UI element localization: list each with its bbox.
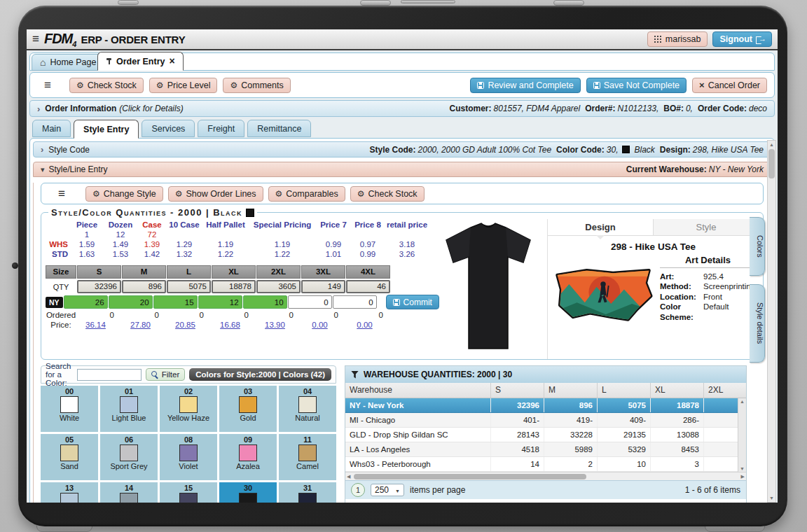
tab-services[interactable]: Services <box>142 120 195 137</box>
style-code-bar[interactable]: Style Code Style Code: 2000, 2000 GD Adu… <box>33 141 771 158</box>
color-swatch-01[interactable]: 01Light Blue <box>100 386 158 432</box>
user-button[interactable]: marissab <box>647 31 708 47</box>
comparables-button[interactable]: Comparables <box>268 186 345 202</box>
color-swatch-15[interactable]: 15 <box>160 482 217 503</box>
price-link[interactable]: 27.80 <box>130 321 151 329</box>
page-number-badge[interactable]: 1 <box>351 483 365 497</box>
comments-button[interactable]: Comments <box>223 78 290 93</box>
price-level-button[interactable]: Price Level <box>149 78 218 93</box>
color-search-input[interactable] <box>77 369 142 381</box>
items-per-page-select[interactable]: 250 <box>371 484 404 496</box>
price-row-label: Price: <box>46 321 76 329</box>
warehouse-row[interactable]: MI - Chicago401-419-409-286- <box>345 413 746 428</box>
order-information-bar[interactable]: Order Information (Click for Details) Cu… <box>29 100 775 117</box>
review-and-complete-button[interactable]: Review and Complete <box>470 78 580 93</box>
order-qty-input[interactable] <box>198 295 242 309</box>
check-stock-button[interactable]: Check Stock <box>69 78 144 93</box>
menu-icon[interactable] <box>32 32 39 46</box>
page-scrollbar[interactable]: ▲▼ <box>767 140 776 503</box>
ordered-qty: 0 <box>346 311 390 319</box>
style-line-entry-bar[interactable]: Style/Line Entry Current Warehouse: NY -… <box>33 162 771 177</box>
check-stock-button[interactable]: Check Stock <box>350 186 425 202</box>
warehouse-row[interactable]: Whs03 - Peterborough142103 <box>345 457 746 472</box>
color-swatch-03[interactable]: 03Gold <box>219 386 277 432</box>
save-not-complete-button[interactable]: Save Not Complete <box>586 78 687 93</box>
warehouse-column-header[interactable]: M <box>544 383 598 398</box>
warehouse-horizontal-scrollbar[interactable]: ◀▶ <box>345 472 746 480</box>
price-link[interactable]: 0.00 <box>357 321 372 329</box>
tab-style-entry[interactable]: Style Entry <box>74 120 139 139</box>
tab-design[interactable]: Design <box>548 219 653 235</box>
gear-icon <box>92 189 100 199</box>
close-icon[interactable] <box>169 56 174 66</box>
change-style-button[interactable]: Change Style <box>85 186 163 202</box>
order-qty-input[interactable] <box>153 295 198 309</box>
filter-button[interactable]: Filter <box>146 368 186 381</box>
color-code: 02 <box>160 387 217 396</box>
color-swatch-30[interactable]: 30 <box>219 482 277 503</box>
menu-icon[interactable] <box>58 187 65 201</box>
signout-button[interactable]: Signout <box>712 31 772 47</box>
color-swatch-00[interactable]: 00White <box>41 386 98 432</box>
scrollbar-thumb[interactable] <box>768 149 775 178</box>
price-link[interactable]: 0.00 <box>312 321 327 329</box>
pin-icon <box>106 58 112 65</box>
color-swatch-14[interactable]: 14 <box>100 482 158 503</box>
scrollbar-thumb[interactable] <box>354 474 586 479</box>
warehouse-column-header[interactable]: Warehouse <box>345 383 491 398</box>
warehouse-column-header[interactable]: S <box>491 383 544 398</box>
price-link[interactable]: 20.85 <box>175 321 195 329</box>
warehouse-vertical-scrollbar[interactable]: ▲▼ <box>738 398 746 472</box>
filter-funnel-icon[interactable] <box>351 371 359 379</box>
side-tab-style-details[interactable]: Style details <box>750 284 765 363</box>
color-swatch-06[interactable]: 06Sport Grey <box>100 434 158 480</box>
warehouse-row[interactable]: NY - New York32396896507518878 <box>345 398 746 413</box>
color-swatch-05[interactable]: 05Sand <box>41 434 98 480</box>
color-swatch-31[interactable]: 31 <box>279 482 336 503</box>
style-line-entry-title: Style/Line Entry <box>49 164 108 174</box>
cancel-order-button[interactable]: Cancel Order <box>692 78 767 93</box>
order-qty-input[interactable] <box>64 295 108 309</box>
search-icon <box>151 371 159 379</box>
size-header: Size <box>46 265 76 279</box>
order-qty-input[interactable] <box>288 295 332 309</box>
price-link[interactable]: 16.68 <box>220 321 240 329</box>
order-summary: Customer:801557, FDM4 ApparelOrder#:N101… <box>445 104 767 113</box>
tab-home-page[interactable]: Home Page <box>32 54 104 71</box>
color-swatch-13[interactable]: 13 <box>41 482 98 503</box>
color-swatch-04[interactable]: 04Natural <box>279 386 336 432</box>
style-code-value: 2000, 2000 GD Adult 100% Cot Tee <box>418 145 552 155</box>
price-link[interactable]: 13.90 <box>265 321 285 329</box>
warehouse-column-header[interactable]: XL <box>651 383 704 398</box>
tab-style[interactable]: Style <box>653 219 759 235</box>
color-swatch-02[interactable]: 02Yellow Haze <box>160 386 217 432</box>
warehouse-table-header: WarehouseSMLXL2XL <box>345 383 746 398</box>
show-order-lines-button[interactable]: Show Order Lines <box>168 186 263 202</box>
order-qty-input[interactable] <box>109 295 153 309</box>
warehouse-column-header[interactable]: L <box>598 383 651 398</box>
warehouse-column-header[interactable]: 2XL <box>704 383 739 398</box>
warehouse-qty: 10 <box>598 457 651 471</box>
color-name: Sport Grey <box>100 462 158 470</box>
price-link[interactable]: 36.14 <box>85 321 106 329</box>
swatch <box>298 493 317 503</box>
warehouse-qty: 28143 <box>491 428 544 442</box>
warehouse-row[interactable]: GLD - Drop Ship Gildan SC281433322829135… <box>345 428 746 442</box>
order-qty-input[interactable] <box>333 295 377 309</box>
color-swatch-09[interactable]: 09Azalea <box>219 434 277 480</box>
available-qty: 3605 <box>256 280 301 293</box>
menu-icon[interactable] <box>44 78 51 92</box>
check-stock-label: Check Stock <box>88 80 137 90</box>
warehouse-qty: 13088 <box>651 428 704 442</box>
color-swatch-08[interactable]: 08Violet <box>160 434 217 480</box>
warehouse-row[interactable]: LA - Los Angeles4518598953298453 <box>345 442 746 457</box>
order-qty-input[interactable] <box>243 295 287 309</box>
tab-order-entry[interactable]: Order Entry <box>97 52 184 71</box>
warehouse-qty: 29135 <box>598 428 651 442</box>
warehouse-qty: 409- <box>598 413 651 427</box>
tab-main[interactable]: Main <box>32 120 71 137</box>
tab-remittance[interactable]: Remittance <box>247 120 311 137</box>
side-tab-colors[interactable]: Colors <box>750 217 765 276</box>
tab-freight[interactable]: Freight <box>198 120 244 137</box>
color-swatch-11[interactable]: 11Camel <box>279 434 336 480</box>
